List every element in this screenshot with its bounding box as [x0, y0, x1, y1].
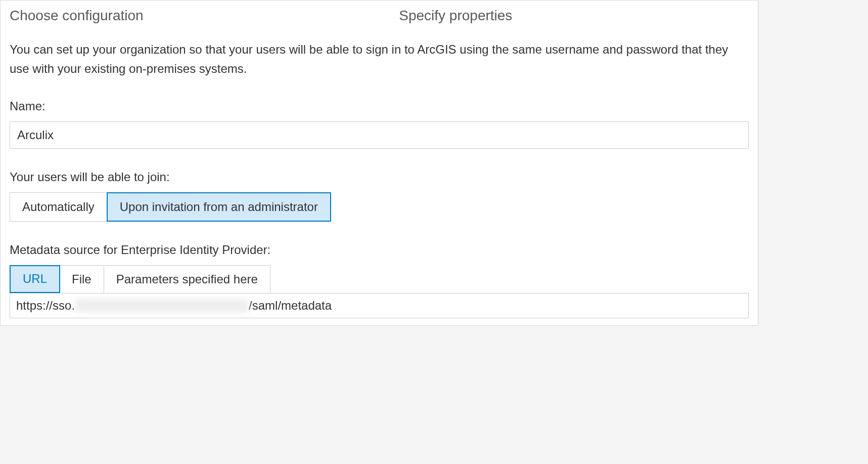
name-input[interactable] — [10, 121, 749, 149]
metadata-url-prefix: https://sso. — [16, 299, 75, 313]
metadata-url-input[interactable]: https://sso. /saml/metadata — [10, 293, 749, 318]
name-label: Name: — [10, 99, 749, 113]
join-toggle-group: Automatically Upon invitation from an ad… — [10, 192, 331, 222]
join-label: Your users will be able to join: — [10, 170, 749, 184]
metadata-url-redacted — [76, 299, 248, 312]
metadata-tab-file[interactable]: File — [60, 266, 104, 292]
metadata-group: Metadata source for Enterprise Identity … — [10, 243, 749, 318]
name-group: Name: — [10, 99, 749, 149]
wizard-steps: Choose configuration Specify properties — [1, 1, 758, 25]
step-choose-configuration: Choose configuration — [10, 7, 394, 25]
metadata-tab-url[interactable]: URL — [10, 265, 60, 292]
intro-text: You can set up your organization so that… — [10, 40, 749, 77]
metadata-tab-parameters[interactable]: Parameters specified here — [104, 266, 270, 292]
join-group: Your users will be able to join: Automat… — [10, 170, 749, 222]
join-option-automatically[interactable]: Automatically — [10, 193, 107, 221]
metadata-source-tabs: URL File Parameters specified here — [10, 265, 270, 292]
metadata-label: Metadata source for Enterprise Identity … — [10, 243, 749, 257]
join-option-upon-invitation[interactable]: Upon invitation from an administrator — [107, 192, 331, 222]
idp-config-panel: Choose configuration Specify properties … — [0, 0, 758, 326]
step-specify-properties: Specify properties — [394, 7, 749, 25]
panel-content: You can set up your organization so that… — [1, 25, 758, 325]
metadata-url-suffix: /saml/metadata — [249, 299, 332, 313]
